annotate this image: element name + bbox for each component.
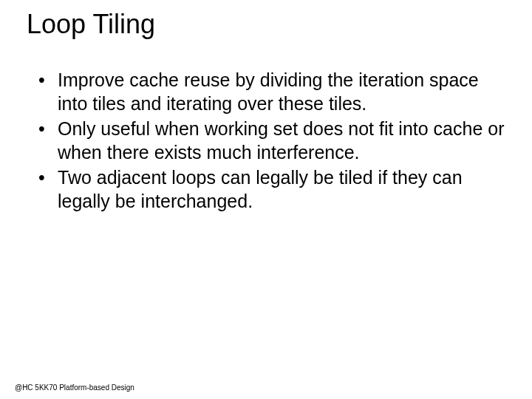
slide-container: Loop Tiling Improve cache reuse by divid… — [0, 0, 532, 399]
bullet-item: Improve cache reuse by dividing the iter… — [38, 68, 505, 115]
slide-footer: @HC 5KK70 Platform-based Design — [15, 383, 134, 392]
bullet-list: Improve cache reuse by dividing the iter… — [27, 68, 505, 213]
bullet-item: Two adjacent loops can legally be tiled … — [38, 166, 505, 213]
bullet-item: Only useful when working set does not fi… — [38, 117, 505, 164]
slide-title: Loop Tiling — [27, 9, 505, 40]
